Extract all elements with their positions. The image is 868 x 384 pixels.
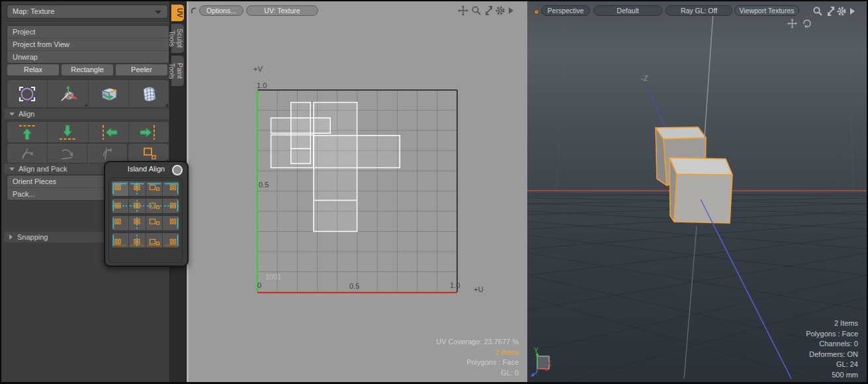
- island-align-top-left-button[interactable]: [112, 181, 128, 196]
- tab-uv[interactable]: UV: [171, 4, 185, 22]
- uv-island[interactable]: [271, 118, 331, 133]
- gizmo-y-label: Y: [534, 347, 539, 354]
- rectangle-button[interactable]: Rectangle: [61, 64, 114, 76]
- island-align-row: [111, 215, 180, 231]
- rotate-axis-icon: [97, 146, 117, 162]
- island-align-bottom-button[interactable]: [146, 233, 163, 248]
- uv-box-projection-icon: [97, 84, 120, 104]
- uv-box-projection-tool-button[interactable]: [88, 80, 128, 107]
- peeler-button[interactable]: Peeler: [115, 64, 168, 76]
- uv-select-tool-button[interactable]: [7, 80, 47, 107]
- uv-viewport[interactable]: Options... UV: Texture +V 1.0 0.5 0 0.5 …: [187, 1, 527, 382]
- flyout-corner-icon: [84, 103, 87, 107]
- projection-command-list: Project Project from View Unwrap: [7, 25, 169, 64]
- align-left-button[interactable]: [88, 122, 128, 142]
- island-align-popup: Island Align: [104, 161, 189, 267]
- island-align-pin-button[interactable]: [172, 165, 183, 175]
- island-align-row: [111, 198, 180, 214]
- grid-size-status: 500 mm: [806, 370, 858, 381]
- tab-sculpt-tools[interactable]: Sculpt Tools: [171, 23, 185, 54]
- pan-icon[interactable]: [787, 19, 797, 28]
- relax-button[interactable]: Relax: [7, 64, 60, 76]
- pane-menu-arrow-icon[interactable]: [507, 7, 514, 15]
- uv-items-status: 2 Items: [436, 348, 519, 358]
- divider: [5, 21, 169, 23]
- island-align-middle-right-button[interactable]: [162, 199, 179, 213]
- collapse-triangle-icon: [9, 113, 15, 116]
- rotate-align-ccw-button[interactable]: [7, 144, 47, 163]
- command-project[interactable]: Project: [7, 26, 169, 38]
- 3d-viewport[interactable]: Y X Perspective Default Ray GL: Off View…: [527, 1, 867, 382]
- island-align-right-button[interactable]: [162, 216, 179, 230]
- align-section-header[interactable]: Align: [4, 109, 169, 119]
- uv-tool-panel: Map: Texture Project Project from View U…: [1, 1, 185, 382]
- island-align-middle-left-button[interactable]: [112, 199, 128, 213]
- uv-map-button[interactable]: UV: Texture: [246, 5, 318, 16]
- unwrap-button-row: Relax Rectangle Peeler: [7, 64, 168, 76]
- island-align-top-button[interactable]: [146, 181, 163, 196]
- align-left-icon: [97, 124, 120, 141]
- uv-canvas[interactable]: [187, 1, 527, 382]
- zoom-icon[interactable]: [812, 6, 823, 17]
- align-right-button[interactable]: [128, 122, 169, 142]
- uv-sphere-projection-icon: [137, 84, 161, 104]
- island-align-bottom-center-button[interactable]: [128, 233, 146, 248]
- island-align-bottom-left-button[interactable]: [112, 233, 128, 248]
- flyout-corner-icon: [165, 103, 168, 107]
- command-unwrap[interactable]: Unwrap: [7, 50, 169, 63]
- perspective-button[interactable]: Perspective: [541, 5, 590, 16]
- island-align-top-right-button[interactable]: [162, 181, 179, 196]
- uv-tool-icon-row: [7, 79, 169, 108]
- v-axis-label: +V: [253, 65, 263, 73]
- pan-icon[interactable]: [458, 5, 468, 16]
- tick-v-1: 1.0: [257, 81, 267, 89]
- map-selector-dropdown[interactable]: Map: Texture: [7, 5, 168, 19]
- options-button[interactable]: Options...: [199, 5, 243, 16]
- uv-polygons-status: Polygons : Face: [436, 358, 519, 368]
- settings-gear-icon[interactable]: [495, 5, 505, 16]
- uv-island[interactable]: [271, 135, 314, 168]
- uv-transform-icon: [56, 84, 79, 104]
- settings-gear-icon[interactable]: [836, 6, 847, 17]
- y-axis-line-lower: [684, 226, 697, 379]
- island-align-grid: [108, 177, 183, 263]
- island-align-bottom-right-button[interactable]: [162, 233, 179, 248]
- island-align-free-button[interactable]: [146, 216, 163, 230]
- align-right-icon: [138, 124, 160, 141]
- rotate-align-cw-button[interactable]: [47, 144, 87, 163]
- orbit-rotate-icon[interactable]: [802, 19, 812, 28]
- island-align-middle-center-button[interactable]: [128, 199, 146, 213]
- align-and-pack-label: Align and Pack: [19, 165, 67, 173]
- uv-select-icon: [15, 84, 39, 104]
- island-align-center-vertical-button[interactable]: [128, 216, 146, 230]
- viewport-led-indicator[interactable]: [534, 9, 539, 15]
- uv-transform-tool-button[interactable]: [47, 80, 87, 107]
- rotate-cw-icon: [58, 146, 77, 162]
- zoom-icon[interactable]: [471, 5, 482, 16]
- viewport-textures-button[interactable]: Viewport Textures: [734, 5, 799, 16]
- rotate-align-axis-button[interactable]: [87, 144, 127, 163]
- align-top-button[interactable]: [7, 122, 47, 142]
- items-status: 2 Items: [806, 318, 858, 329]
- uv-sphere-projection-tool-button[interactable]: [128, 80, 169, 107]
- ray-gl-button[interactable]: Ray GL: Off: [666, 5, 732, 16]
- island-align-button[interactable]: [128, 144, 169, 163]
- maximize-icon[interactable]: [826, 6, 836, 17]
- tab-paint-tools[interactable]: Paint Tools: [171, 55, 185, 87]
- island-align-left-button[interactable]: [112, 216, 128, 230]
- cube-front[interactable]: [670, 158, 732, 223]
- tick-u-05: 0.5: [349, 282, 359, 290]
- tick-v-0: 0: [257, 281, 261, 289]
- uv-island[interactable]: [314, 136, 400, 168]
- island-align-row: [111, 232, 180, 248]
- maximize-icon[interactable]: [484, 5, 494, 16]
- z-axis-line-lower: [701, 199, 791, 379]
- align-bottom-button[interactable]: [47, 122, 87, 142]
- command-project-from-view[interactable]: Project from View: [7, 38, 169, 50]
- pane-corner-icon[interactable]: [191, 7, 198, 15]
- shading-default-button[interactable]: Default: [593, 5, 662, 16]
- pane-menu-arrow-icon[interactable]: [849, 7, 855, 15]
- island-align-middle-button[interactable]: [146, 199, 163, 213]
- map-selector-label: Map: Texture: [13, 7, 54, 15]
- island-align-top-center-button[interactable]: [128, 181, 146, 196]
